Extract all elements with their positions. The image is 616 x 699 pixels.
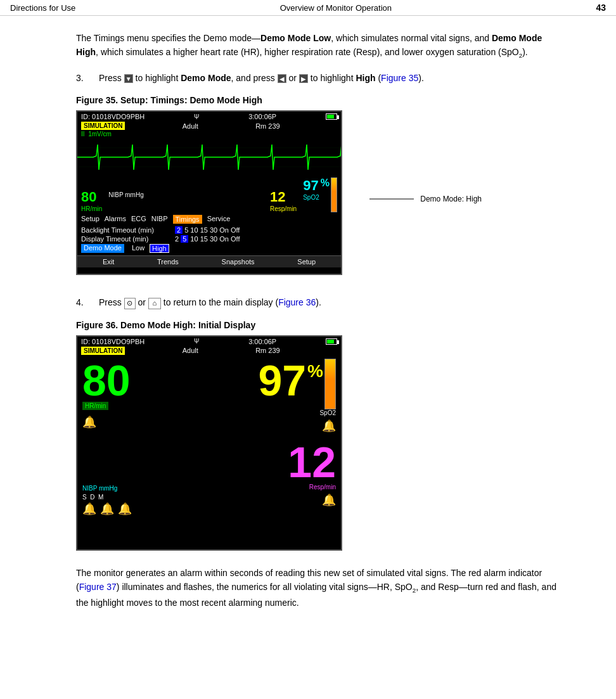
intro-text2: , which simulates normal vital signs, an… bbox=[331, 33, 492, 43]
main-content: The Timings menu specifies the Demo mode… bbox=[0, 16, 616, 635]
demo-mode-row: Demo Mode Low High bbox=[81, 244, 337, 253]
spo2-value-row: 97 % bbox=[258, 359, 336, 409]
resp-section-2: 12 Resp/min bbox=[288, 440, 336, 491]
nibp-section-2: NIBP mmHg S D M 🔔 🔔 🔔 bbox=[82, 477, 132, 516]
demo-mode-highlight: Demo Mode bbox=[181, 73, 231, 83]
callout-label: Demo Mode: High bbox=[420, 195, 482, 203]
spo2-big-value: 97 bbox=[258, 359, 306, 402]
home2-button-icon[interactable]: ⌂ bbox=[148, 298, 161, 309]
menu-service-1: Service bbox=[207, 215, 231, 224]
backlight-values: 2 5 10 15 30 On Off bbox=[175, 226, 240, 234]
battery-icon-1 bbox=[326, 113, 337, 120]
monitor-time-1: 3:00:06P bbox=[248, 113, 276, 120]
step-3-text: Press ▼ to highlight Demo Mode, and pres… bbox=[99, 71, 424, 85]
left-arrow-icon[interactable]: ◀ bbox=[278, 74, 286, 83]
fig35-title-text: Setup: Timings: Demo Mode High bbox=[120, 95, 262, 105]
big-display-area: 80 HR/min 🔔 NIBP mmHg S D M 🔔 🔔 bbox=[77, 356, 341, 518]
menu-nibp-1: NIBP bbox=[151, 215, 168, 224]
down-arrow-icon[interactable]: ▼ bbox=[124, 74, 133, 83]
header-center: Overview of Monitor Operation bbox=[280, 3, 392, 13]
menu-ecg-1: ECG bbox=[131, 215, 146, 224]
nibp-bells-row: 🔔 🔔 🔔 bbox=[82, 502, 132, 516]
display-values: 2 5 10 15 30 On Off bbox=[175, 235, 240, 243]
monitor-time-2: 3:00:06P bbox=[248, 338, 276, 345]
demo-high-option: High bbox=[150, 244, 169, 253]
demo-low-option: Low bbox=[132, 244, 144, 253]
right-arrow-icon[interactable]: ▶ bbox=[299, 74, 308, 83]
monitor-id-2: ID: 01018VDO9PBH bbox=[81, 338, 144, 345]
demo-mode-low-label: Demo Mode Low bbox=[260, 33, 331, 43]
bell-icon-nibp-m: 🔔 bbox=[118, 502, 132, 516]
figure-36-link[interactable]: Figure 36 bbox=[278, 297, 316, 307]
intro-paragraph: The Timings menu specifies the Demo mode… bbox=[76, 31, 565, 61]
spo2-big-pct: % bbox=[307, 361, 323, 382]
hr-value-1: 80 bbox=[81, 189, 96, 205]
callout-line-svg bbox=[369, 189, 420, 208]
rm-label-1: Rm 239 bbox=[255, 122, 280, 130]
menu-alarms-1: Alarms bbox=[105, 215, 126, 224]
rm-label-2: Rm 239 bbox=[255, 347, 280, 354]
hr-unit-1: HR/min bbox=[81, 205, 102, 212]
bottom-buttons-1: Exit Trends Snapshots Setup bbox=[77, 255, 341, 267]
bell-row-spo2: 🔔 bbox=[322, 419, 336, 433]
page-number: 43 bbox=[596, 3, 606, 13]
bell-icon-resp: 🔔 bbox=[322, 493, 336, 507]
home-button-icon[interactable]: ⊙ bbox=[124, 298, 136, 309]
battery-icon-2 bbox=[326, 338, 337, 345]
figure-36-label: Figure 36. Demo Mode High: Initial Displ… bbox=[76, 320, 565, 330]
display-label: Display Timeout (min) bbox=[81, 235, 170, 243]
btn-snapshots-1[interactable]: Snapshots bbox=[222, 258, 255, 266]
demo-mode-menu-label: Demo Mode bbox=[81, 244, 124, 253]
menu-setup-1: Setup bbox=[81, 215, 99, 224]
btn-trends-1[interactable]: Trends bbox=[157, 258, 179, 266]
ecg-svg-1 bbox=[77, 138, 341, 176]
fig35-label-text: Figure 35. bbox=[76, 95, 120, 105]
footer-paragraph: The monitor generates an alarm within se… bbox=[76, 566, 565, 610]
simulation-badge-2: SIMULATION bbox=[81, 347, 125, 355]
resp-big-value: 12 bbox=[288, 440, 336, 484]
fig36-label-text: Figure 36. bbox=[76, 320, 120, 330]
bell-row-resp: 🔔 bbox=[322, 493, 336, 507]
spo2-value-1: 97 bbox=[303, 177, 318, 194]
signal-icon-1: Ψ bbox=[194, 113, 199, 120]
signal-icon-2: Ψ bbox=[194, 338, 199, 345]
hr-big-value: 80 bbox=[82, 359, 131, 402]
btn-exit-1[interactable]: Exit bbox=[103, 258, 114, 266]
hr-big-label: HR/min bbox=[82, 402, 108, 410]
bell-icon-nibp-s: 🔔 bbox=[82, 502, 96, 516]
nibp-sdm-row: S D M bbox=[82, 494, 132, 501]
nibp-big-label: NIBP mmHg bbox=[82, 485, 117, 492]
simulation-badge-1: SIMULATION bbox=[81, 122, 125, 130]
ecg-label-row: II 1mV/cm bbox=[77, 130, 341, 138]
hr-section-2: 80 HR/min 🔔 NIBP mmHg S D M 🔔 🔔 bbox=[82, 359, 209, 516]
figure-35-label: Figure 35. Setup: Timings: Demo Mode Hig… bbox=[76, 95, 565, 105]
monitor-screen-2: ID: 01018VDO9PBH Ψ 3:00:06P SIMULATION A… bbox=[76, 335, 342, 551]
footer-text2: ) illuminates and flashes, the numerics … bbox=[76, 582, 556, 607]
nibp-sdm-label: S D M bbox=[82, 494, 103, 501]
menu-row-1: Setup Alarms ECG NIBP Timings Service bbox=[77, 214, 341, 225]
bell-icon-nibp-d: 🔔 bbox=[100, 502, 114, 516]
numerics-row-1: 80 HR/min NIBP mmHg 12 Resp/min 97 SpO2 … bbox=[77, 176, 341, 214]
figure-35-link[interactable]: Figure 35 bbox=[381, 73, 418, 83]
resp-unit-1: Resp/min bbox=[270, 205, 297, 212]
ecg-scale: 1mV/cm bbox=[88, 131, 112, 138]
monitor-header-2: ID: 01018VDO9PBH Ψ 3:00:06P bbox=[77, 337, 341, 347]
btn-setup-1[interactable]: Setup bbox=[297, 258, 316, 266]
header-left: Directions for Use bbox=[10, 3, 75, 13]
adult-label-1: Adult bbox=[183, 122, 198, 130]
settings-rows-1: Backlight Timeout (min) 2 5 10 15 30 On … bbox=[77, 225, 341, 255]
spo2-bar-2 bbox=[324, 359, 336, 409]
spo2-bar-1 bbox=[331, 177, 337, 212]
high-label: High bbox=[356, 73, 375, 83]
bell-row-hr: 🔔 bbox=[82, 415, 96, 429]
step-4: 4. Press ⊙ or ⌂ to return to the main di… bbox=[76, 295, 565, 309]
step-4-number: 4. bbox=[76, 295, 91, 309]
backlight-row: Backlight Timeout (min) 2 5 10 15 30 On … bbox=[81, 226, 337, 234]
nibp-label-1: NIBP mmHg bbox=[108, 191, 264, 198]
step-3-number: 3. bbox=[76, 71, 91, 85]
backlight-label: Backlight Timeout (min) bbox=[81, 226, 170, 234]
figure-35-container: ID: 01018VDO9PBH Ψ 3:00:06P SIMULATION A… bbox=[76, 110, 565, 275]
ecg-lead: II bbox=[81, 131, 85, 138]
intro-text1: The Timings menu specifies the Demo mode… bbox=[76, 33, 260, 43]
figure-37-link[interactable]: Figure 37 bbox=[79, 582, 117, 592]
